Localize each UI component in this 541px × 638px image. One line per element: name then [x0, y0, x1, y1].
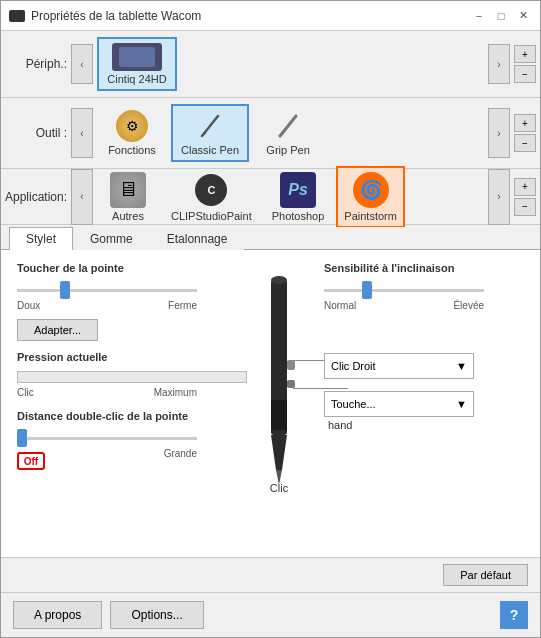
tab-stylet[interactable]: Stylet: [9, 227, 73, 250]
app-autres[interactable]: 🖥 Autres: [97, 166, 159, 228]
toucher-left: Doux: [17, 300, 40, 311]
toucher-title: Toucher de la pointe: [17, 262, 247, 274]
clip-label: CLIPStudioPaint: [171, 210, 252, 222]
dropdown-touche[interactable]: Touche... ▼: [324, 391, 474, 417]
autres-icon: 🖥: [110, 172, 146, 208]
app-photoshop[interactable]: Ps Photoshop: [264, 166, 333, 228]
pression-title: Pression actuelle: [17, 351, 247, 363]
dropdown-clic-droit[interactable]: Clic Droit ▼: [324, 353, 474, 379]
periph-btn-plus[interactable]: +: [514, 45, 536, 63]
fonctions-label: Fonctions: [108, 144, 156, 156]
title-bar-title: Propriétés de la tablette Wacom: [9, 9, 201, 23]
periph-items: Cintiq 24HD: [93, 35, 488, 93]
options-button[interactable]: Options...: [110, 601, 203, 629]
window-title: Propriétés de la tablette Wacom: [31, 9, 201, 23]
dropdown2-label: Touche...: [331, 398, 376, 410]
toucher-labels: Doux Ferme: [17, 300, 197, 311]
outil-btn-plus[interactable]: +: [514, 114, 536, 132]
tool-fonctions[interactable]: ⚙ Fonctions: [97, 104, 167, 162]
pression-right: Maximum: [154, 387, 197, 398]
svg-rect-7: [287, 360, 295, 370]
dbl-click-off: Off: [17, 452, 45, 470]
device-label: Cintiq 24HD: [107, 73, 166, 85]
toucher-section: Toucher de la pointe Doux Ferme Adapter.…: [17, 262, 247, 341]
dbl-click-labels: Off Grande: [17, 448, 197, 470]
inclinaison-slider-track: [324, 282, 524, 298]
periph-btn-minus[interactable]: −: [514, 65, 536, 83]
outil-right-btns: + −: [510, 112, 540, 154]
main-window: Propriétés de la tablette Wacom − □ ✕ Pé…: [0, 0, 541, 638]
classic-pen-icon: [194, 110, 226, 142]
inclinaison-left: Normal: [324, 300, 356, 311]
inclinaison-slider[interactable]: [324, 289, 484, 292]
inclinaison-right: Élevée: [453, 300, 484, 311]
tab-etalonnage[interactable]: Etalonnage: [150, 227, 245, 250]
minimize-button[interactable]: −: [470, 7, 488, 25]
dropdown1-area: Clic Droit ▼: [324, 353, 524, 379]
help-button[interactable]: ?: [500, 601, 528, 629]
inclinaison-labels: Normal Élevée: [324, 300, 484, 311]
fonctions-icon: ⚙: [116, 110, 148, 142]
svg-marker-9: [271, 435, 287, 470]
outil-nav-right[interactable]: ›: [488, 108, 510, 158]
ps-label: Photoshop: [272, 210, 325, 222]
inclinaison-title: Sensibilité à l'inclinaison: [324, 262, 524, 274]
pression-left: Clic: [17, 387, 34, 398]
toucher-right: Ferme: [168, 300, 197, 311]
device-img: [112, 43, 162, 71]
dbl-click-right: Grande: [164, 448, 197, 470]
app-btn-plus[interactable]: +: [514, 178, 536, 196]
tool-grip-pen[interactable]: Grip Pen: [253, 104, 323, 162]
periph-right-btns: + −: [510, 43, 540, 85]
periph-nav-left[interactable]: ‹: [71, 44, 93, 84]
par-defaut-button[interactable]: Par défaut: [443, 564, 528, 586]
apropos-button[interactable]: A propos: [13, 601, 102, 629]
par-defaut-bar: Par défaut: [1, 557, 540, 592]
paintstorm-label: Paintstorm: [344, 210, 397, 222]
hand-label: hand: [324, 417, 524, 433]
outil-btn-minus[interactable]: −: [514, 134, 536, 152]
periph-row: Périph.: ‹ Cintiq 24HD › + −: [1, 31, 540, 98]
grip-pen-label: Grip Pen: [266, 144, 309, 156]
dbl-click-title: Distance double-clic de la pointe: [17, 410, 247, 422]
app-nav-left[interactable]: ‹: [71, 169, 93, 225]
outil-nav-left[interactable]: ‹: [71, 108, 93, 158]
app-items: 🖥 Autres C CLIPStudioPaint Ps Photoshop …: [93, 164, 488, 230]
right-content: Sensibilité à l'inclinaison Normal Élevé…: [324, 262, 524, 433]
pression-labels: Clic Maximum: [17, 387, 197, 398]
application-label: Application:: [1, 190, 71, 204]
wacom-title-icon: [9, 10, 25, 22]
svg-point-5: [271, 276, 287, 284]
periph-label: Périph.:: [1, 57, 71, 71]
periph-nav-right[interactable]: ›: [488, 44, 510, 84]
app-clip[interactable]: C CLIPStudioPaint: [163, 166, 260, 228]
adapter-button[interactable]: Adapter...: [17, 319, 98, 341]
paintstorm-icon: 🌀: [353, 172, 389, 208]
dbl-click-slider[interactable]: [17, 437, 197, 440]
main-content: Clic Toucher de la pointe Doux Ferme Ada…: [1, 250, 540, 557]
app-btn-minus[interactable]: −: [514, 198, 536, 216]
clic-label: Clic: [270, 482, 288, 494]
dropdown2-chevron: ▼: [456, 398, 467, 410]
app-right-btns: + −: [510, 176, 540, 218]
app-nav-right[interactable]: ›: [488, 169, 510, 225]
app-paintstorm[interactable]: 🌀 Paintstorm: [336, 166, 405, 228]
title-bar: Propriétés de la tablette Wacom − □ ✕: [1, 1, 540, 31]
pen-area: Clic: [249, 270, 309, 494]
classic-pen-label: Classic Pen: [181, 144, 239, 156]
pen-illustration: [249, 270, 309, 490]
device-cintiq[interactable]: Cintiq 24HD: [97, 37, 177, 91]
tab-gomme[interactable]: Gomme: [73, 227, 150, 250]
dropdown2-area: Touche... ▼ hand: [324, 391, 524, 433]
toucher-slider[interactable]: [17, 289, 197, 292]
tool-classic-pen[interactable]: Classic Pen: [171, 104, 249, 162]
dbl-click-section: Distance double-clic de la pointe Off Gr…: [17, 410, 247, 470]
close-button[interactable]: ✕: [514, 7, 532, 25]
outil-label: Outil :: [1, 126, 71, 140]
maximize-button[interactable]: □: [492, 7, 510, 25]
application-row: Application: ‹ 🖥 Autres C CLIPStudioPain…: [1, 169, 540, 225]
tabs-bar: Stylet Gomme Etalonnage: [1, 227, 540, 250]
pressure-bar: [17, 371, 247, 383]
inclinaison-section: Sensibilité à l'inclinaison Normal Élevé…: [324, 262, 524, 311]
svg-rect-8: [287, 380, 295, 388]
